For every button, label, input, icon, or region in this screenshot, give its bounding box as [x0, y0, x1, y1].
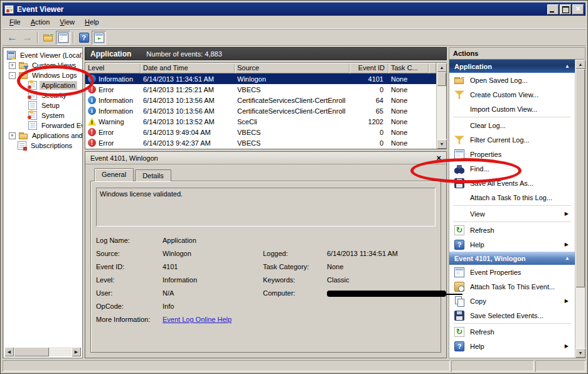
separator [453, 117, 571, 117]
menu-help[interactable]: Help [80, 16, 104, 28]
action-help-event[interactable]: Help ▶ [449, 339, 575, 353]
scrollbar-track[interactable] [49, 347, 72, 356]
window-title: Event Viewer [17, 5, 546, 14]
icon-spacer [454, 120, 464, 131]
scroll-down-icon[interactable]: ▼ [437, 139, 447, 149]
action-view[interactable]: View ▶ [449, 206, 575, 221]
actions-list: Application ▲ Open Saved Log... Create C… [449, 60, 575, 358]
field-value: Info [163, 302, 263, 311]
tree-item-security[interactable]: Security [4, 90, 82, 100]
scroll-left-icon[interactable]: ◀ [4, 347, 14, 356]
action-refresh[interactable]: Refresh [449, 223, 575, 237]
event-id-cell: 64 [350, 97, 388, 104]
scrollbar-track[interactable] [575, 287, 585, 348]
scroll-right-icon[interactable]: ▶ [72, 347, 81, 356]
close-button[interactable] [572, 4, 584, 14]
preview-header: Event 4101, Winlogon × [85, 152, 446, 164]
information-icon [88, 75, 96, 83]
column-header-task-category[interactable]: Task C... [388, 63, 429, 73]
action-event-properties[interactable]: Event Properties [449, 265, 575, 279]
datetime-cell: 6/14/2013 10:13:56 AM [141, 97, 235, 104]
action-help[interactable]: Help ▶ [449, 237, 575, 252]
scrollbar-thumb[interactable] [14, 347, 49, 356]
titlebar: Event Viewer [3, 3, 585, 16]
actions-group-event-4101[interactable]: Event 4101, Winlogon ▲ [449, 252, 575, 265]
actions-scrollbar[interactable]: ▲ ▼ [575, 60, 585, 358]
minimize-button[interactable] [547, 4, 559, 14]
scrollbar-thumb[interactable] [575, 69, 585, 287]
event-log-online-help-link[interactable]: Event Log Online Help [163, 316, 232, 323]
tab-details[interactable]: Details [135, 169, 171, 181]
scroll-down-icon[interactable]: ▼ [575, 348, 585, 358]
action-copy[interactable]: Copy ▶ [449, 294, 575, 308]
expander-plus-icon[interactable]: + [9, 62, 16, 69]
event-description[interactable]: Windows license validated. [96, 188, 436, 227]
field-label: User: [96, 289, 163, 297]
actions-group-application[interactable]: Application ▲ [449, 60, 575, 73]
collapse-icon[interactable]: ▲ [565, 255, 570, 261]
column-header-level[interactable]: Level [85, 63, 141, 73]
tree-item-setup[interactable]: Setup [4, 100, 82, 110]
find-binoculars-icon [454, 164, 464, 174]
table-row[interactable]: Error 6/14/2013 9:42:37 AM VBECS 0 None [85, 137, 436, 148]
tree-item-label: Security [40, 91, 68, 100]
scroll-up-icon[interactable]: ▲ [575, 60, 585, 69]
separator [453, 222, 571, 222]
event-log-icon [28, 81, 37, 90]
export-button[interactable] [41, 31, 55, 45]
event-list-scrollbar[interactable]: ▲ ▼ [436, 63, 446, 149]
close-preview-icon[interactable]: × [436, 154, 441, 162]
action-properties[interactable]: Properties [449, 147, 575, 161]
tree-item-application[interactable]: Application [4, 80, 82, 90]
group-header-label: Event 4101, Winlogon [454, 255, 526, 262]
action-filter-current-log[interactable]: Filter Current Log... [449, 132, 575, 147]
tree-item-forwarded-events[interactable]: Forwarded Events [4, 120, 82, 131]
field-label: Event ID: [96, 263, 163, 271]
expander-minus-icon[interactable]: - [9, 72, 16, 79]
tab-general[interactable]: General [94, 168, 134, 181]
back-button[interactable]: ← [5, 31, 19, 45]
action-open-saved-log[interactable]: Open Saved Log... [449, 73, 575, 87]
tree-item-windows-logs[interactable]: - Windows Logs [4, 70, 82, 80]
table-row[interactable]: Error 6/14/2013 11:25:21 AM VBECS 0 None [85, 84, 436, 95]
help-button[interactable] [77, 31, 91, 45]
console-tree-button[interactable] [56, 31, 70, 45]
menu-action[interactable]: Action [26, 16, 55, 28]
scroll-up-icon[interactable]: ▲ [437, 63, 447, 72]
tree-item-applications-and-services[interactable]: + Applications and Services Logs [4, 131, 82, 141]
tree-item-custom-views[interactable]: + Custom Views [4, 60, 82, 70]
tree-item-event-viewer-local[interactable]: Event Viewer (Local) [4, 50, 82, 60]
action-find[interactable]: Find... [449, 161, 575, 176]
column-header-source[interactable]: Source [235, 63, 350, 73]
tree-item-subscriptions[interactable]: Subscriptions [4, 141, 82, 151]
tree-item-system[interactable]: System [4, 110, 82, 120]
action-refresh-event[interactable]: Refresh [449, 324, 575, 339]
table-row[interactable]: Error 6/14/2013 9:49:04 AM VBECS 0 None [85, 127, 436, 137]
expander-plus-icon[interactable]: + [9, 132, 16, 139]
table-row[interactable]: Warning 6/14/2013 10:13:52 AM SceCli 120… [85, 116, 436, 127]
table-row[interactable]: Information 6/14/2013 11:34:51 AM Winlog… [85, 73, 436, 84]
column-header-date-time[interactable]: Date and Time [141, 63, 235, 73]
action-clear-log[interactable]: Clear Log... [449, 118, 575, 132]
action-save-all-events-as[interactable]: Save All Events As... [449, 176, 575, 190]
menubar: File Action View Help [3, 16, 585, 29]
scrollbar-thumb[interactable] [437, 72, 446, 86]
table-row[interactable]: Information 6/14/2013 10:13:56 AM Certif… [85, 95, 436, 105]
action-pane-button[interactable] [92, 31, 106, 45]
action-import-custom-view[interactable]: Import Custom View... [449, 102, 575, 116]
warning-icon [88, 117, 96, 126]
action-save-selected-events[interactable]: Save Selected Events... [449, 308, 575, 323]
menu-view[interactable]: View [55, 16, 80, 28]
action-create-custom-view[interactable]: Create Custom View... [449, 87, 575, 102]
action-attach-task-to-event[interactable]: Attach Task To This Event... [449, 279, 575, 294]
action-attach-task-to-log[interactable]: Attach a Task To this Log... [449, 190, 575, 205]
event-id-cell: 1202 [350, 118, 388, 126]
table-row[interactable]: Information 6/14/2013 10:13:56 AM Certif… [85, 105, 436, 116]
column-header-event-id[interactable]: Event ID [350, 63, 388, 73]
scrollbar-track[interactable] [437, 86, 446, 139]
menu-file[interactable]: File [4, 16, 26, 28]
forward-button[interactable]: → [20, 31, 35, 45]
collapse-icon[interactable]: ▲ [565, 63, 570, 69]
tree-horizontal-scrollbar[interactable]: ◀ ▶ [4, 347, 81, 356]
maximize-button[interactable] [560, 4, 571, 14]
